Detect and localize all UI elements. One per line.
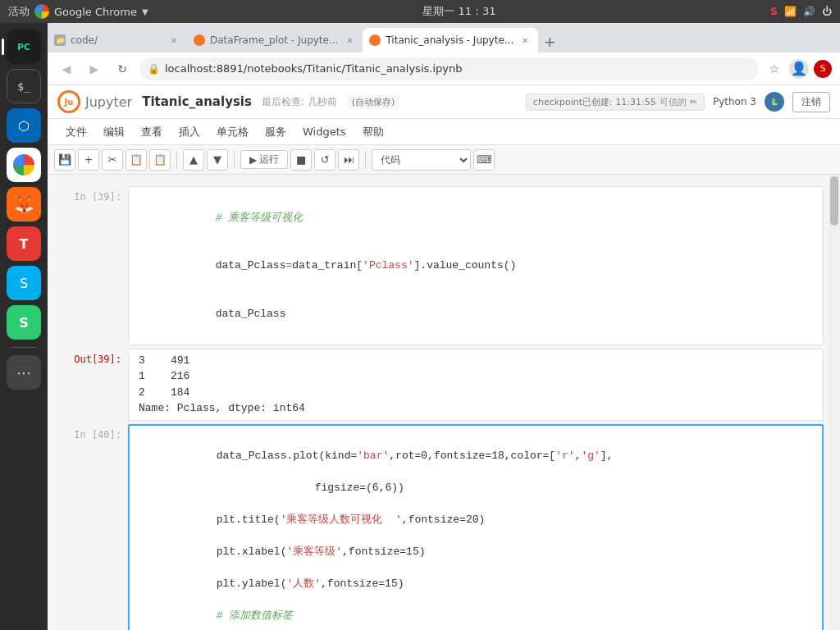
cell-2-in-label: In [40]: <box>56 424 121 631</box>
copy-button[interactable]: 📋 <box>126 149 147 171</box>
save-button[interactable]: 💾 <box>54 149 75 171</box>
sound-icon: 🔊 <box>803 6 815 17</box>
interrupt-button[interactable]: ■ <box>290 149 312 171</box>
play-icon: ▶ <box>249 154 257 166</box>
back-button[interactable]: ◀ <box>56 58 77 80</box>
cell-2-container: In [40]: data_Pclass.plot(kind='bar',rot… <box>56 424 824 631</box>
menu-cell[interactable]: 单元格 <box>208 121 257 143</box>
move-up-button[interactable]: ▲ <box>183 149 204 171</box>
bookmark-star-icon[interactable]: ☆ <box>765 59 784 79</box>
run-label: 运行 <box>259 153 279 167</box>
logout-button[interactable]: 注销 <box>792 92 830 112</box>
menu-edit[interactable]: 编辑 <box>95 121 133 143</box>
jupyter-header: Ju Jupyter Titanic_analysis 最后检查: 几秒前 (自… <box>48 85 840 119</box>
tab3-close-button[interactable]: ✕ <box>518 34 532 47</box>
browser-tab-3[interactable]: Titanic_analysis - Jupyte... ✕ <box>363 28 538 52</box>
tab2-close-button[interactable]: ✕ <box>343 34 356 47</box>
sougou-icon: S <box>770 6 778 17</box>
tab2-favicon <box>194 34 205 46</box>
tab1-close-button[interactable]: ✕ <box>167 34 180 47</box>
cell-type-selector[interactable]: 代码 Markdown Raw NBConvert <box>372 149 471 171</box>
dock-item-terminal[interactable]: $_ <box>7 69 41 103</box>
browser-tab-2[interactable]: DataFrame_plot - Jupyte... ✕ <box>187 28 363 52</box>
vertical-scrollbar[interactable] <box>829 175 840 630</box>
browser-tabs-bar: 📁 code/ ✕ DataFrame_plot - Jupyte... ✕ T… <box>48 23 840 52</box>
dock-item-chrome[interactable] <box>7 148 41 182</box>
account-icon[interactable]: 👤 <box>789 59 809 79</box>
add-cell-button[interactable]: + <box>78 149 99 171</box>
jupyter-logo-icon: Ju <box>57 90 80 113</box>
toolbar-sep-1 <box>176 152 177 168</box>
menu-view[interactable]: 查看 <box>133 121 171 143</box>
tab3-favicon <box>369 34 381 46</box>
restart-button[interactable]: ↺ <box>314 149 336 171</box>
jupyter-toolbar: 💾 + ✂ 📋 📋 ▲ ▼ ▶ 运行 ■ ↺ ⏭ 代码 Markdown Raw… <box>48 145 840 175</box>
address-bar: ◀ ▶ ↻ 🔒 localhost:8891/notebooks/Titanic… <box>48 52 840 85</box>
jupyter-menu-bar: 文件 编辑 查看 插入 单元格 服务 Widgets 帮助 <box>48 119 840 145</box>
dock-item-pycharm[interactable]: PC <box>7 30 41 64</box>
dropdown-arrow: ▼ <box>142 7 148 16</box>
cell-1-code: # 乘客等级可视化 data_Pclass=data_train['Pclass… <box>129 187 823 345</box>
cell-1-output-container: Out[39]: 3 491 1 216 2 184 Name: Pclass,… <box>56 349 824 421</box>
url-text: localhost:8891/notebooks/Titanic/Titanic… <box>165 62 462 75</box>
new-tab-button[interactable]: + <box>538 30 561 52</box>
code-var-1: data_Pclass <box>216 259 286 272</box>
jupyter-header-right: checkpoint已创建: 11:31:55 可信的 ✏ Python 3 🐍… <box>526 92 830 112</box>
code-str-1: 'Pclass' <box>363 259 413 272</box>
browser-action-icons: ☆ 👤 S <box>765 59 832 79</box>
move-down-button[interactable]: ▼ <box>207 149 228 171</box>
edit-icon[interactable]: ✏ <box>690 97 697 107</box>
app-name-label: Google Chrome <box>54 6 137 18</box>
notebook-name[interactable]: Titanic_analysis <box>142 94 252 109</box>
paste-button[interactable]: 📋 <box>149 149 171 171</box>
dock-item-apps[interactable]: ⋯ <box>7 355 41 390</box>
autosave-badge: (自动保存) <box>347 95 400 109</box>
system-clock: 星期一 11：31 <box>422 4 495 19</box>
dock-item-text-editor[interactable]: T <box>7 226 41 261</box>
tab1-title: code/ <box>71 34 162 46</box>
cell-1-output: 3 491 1 216 2 184 Name: Pclass, dtype: i… <box>128 349 824 421</box>
code-var-3: data_Pclass <box>216 308 286 320</box>
menu-file[interactable]: 文件 <box>57 121 95 143</box>
system-tray: S 📶 🔊 ⏻ <box>770 6 832 17</box>
cut-button[interactable]: ✂ <box>102 149 123 171</box>
reload-button[interactable]: ↻ <box>112 58 133 80</box>
cell-2-input[interactable]: data_Pclass.plot(kind='bar',rot=0,fontsi… <box>128 424 824 631</box>
dock-separator <box>11 347 36 348</box>
cell-1-out-label: Out[39]: <box>56 349 121 421</box>
comment-1: # 乘客等级可视化 <box>216 212 304 224</box>
jupyter-notebook: Ju Jupyter Titanic_analysis 最后检查: 几秒前 (自… <box>48 85 840 630</box>
security-icon: 🔒 <box>148 63 160 75</box>
tab3-title: Titanic_analysis - Jupyte... <box>386 34 514 46</box>
cell-2-code: data_Pclass.plot(kind='bar',rot=0,fontsi… <box>130 426 822 631</box>
forward-button[interactable]: ▶ <box>84 58 105 80</box>
notebook-content[interactable]: In [39]: # 乘客等级可视化 data_Pclass=data_trai… <box>48 175 840 630</box>
keyboard-shortcuts-button[interactable]: ⌨ <box>473 149 495 171</box>
jupyter-brand: Jupyter <box>85 94 132 110</box>
last-checkpoint: 最后检查: 几秒前 <box>262 95 337 109</box>
system-bar: 活动 Google Chrome ▼ 星期一 11：31 S 📶 🔊 ⏻ <box>0 0 840 23</box>
tab1-favicon: 📁 <box>54 34 66 46</box>
cell-1-input[interactable]: # 乘客等级可视化 data_Pclass=data_train['Pclass… <box>128 186 824 345</box>
dock-item-skype[interactable]: S <box>7 266 41 300</box>
scrollbar-thumb[interactable] <box>830 176 838 226</box>
menu-widgets[interactable]: Widgets <box>294 122 354 141</box>
url-input[interactable]: 🔒 localhost:8891/notebooks/Titanic/Titan… <box>139 57 758 80</box>
chrome-app-icon[interactable] <box>34 4 49 19</box>
dock-item-firefox[interactable]: 🦊 <box>7 187 41 221</box>
cell-1-output-text: 3 491 1 216 2 184 Name: Pclass, dtype: i… <box>129 349 823 420</box>
code-var-2: data_train <box>292 259 356 272</box>
run-button[interactable]: ▶ 运行 <box>240 150 288 169</box>
extension-icon[interactable]: S <box>814 60 832 78</box>
dock-item-superproductivity[interactable]: S <box>7 305 41 340</box>
toolbar-sep-3 <box>365 152 366 168</box>
dock-item-vscode[interactable]: ⬡ <box>7 108 41 143</box>
browser-tab-1[interactable]: 📁 code/ ✕ <box>48 28 187 52</box>
menu-insert[interactable]: 插入 <box>171 121 208 143</box>
browser-window: 📁 code/ ✕ DataFrame_plot - Jupyte... ✕ T… <box>48 23 840 630</box>
menu-help[interactable]: 帮助 <box>354 121 392 143</box>
menu-kernel[interactable]: 服务 <box>257 121 294 143</box>
restart-run-button[interactable]: ⏭ <box>338 149 359 171</box>
activities-label[interactable]: 活动 <box>8 4 30 19</box>
jupyter-logo: Ju Jupyter <box>57 90 132 113</box>
